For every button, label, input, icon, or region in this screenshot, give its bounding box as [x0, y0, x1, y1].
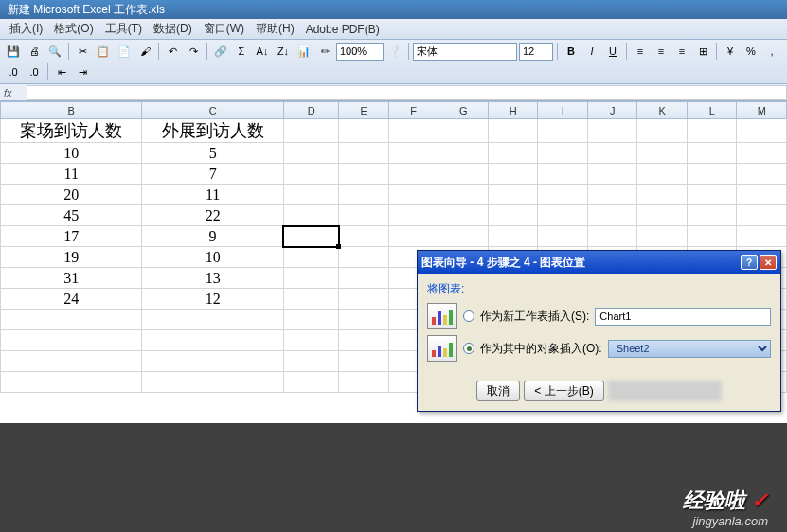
cell[interactable]: [737, 119, 787, 143]
cell[interactable]: [388, 119, 438, 143]
undo-icon[interactable]: ↶: [163, 42, 182, 61]
cell[interactable]: [339, 164, 389, 185]
cell[interactable]: [737, 164, 787, 185]
cell[interactable]: [1, 351, 142, 372]
cell[interactable]: [339, 372, 389, 393]
save-icon[interactable]: 💾: [4, 42, 23, 61]
cell[interactable]: [438, 205, 489, 226]
cell[interactable]: 20: [1, 185, 142, 205]
cell[interactable]: [283, 164, 339, 185]
formula-input[interactable]: [27, 85, 787, 100]
col-header-H[interactable]: H: [488, 102, 538, 119]
cell[interactable]: [283, 205, 339, 226]
decrease-decimal-icon[interactable]: .0: [25, 62, 44, 81]
cell[interactable]: [637, 119, 688, 143]
paste-icon[interactable]: 📄: [115, 42, 134, 61]
bold-button[interactable]: B: [562, 42, 581, 61]
cell[interactable]: [388, 164, 438, 185]
cell[interactable]: [488, 119, 538, 143]
menu-adobepdf[interactable]: Adobe PDF(B): [300, 21, 385, 38]
cell[interactable]: [687, 119, 737, 143]
align-right-icon[interactable]: ≡: [672, 42, 691, 61]
cell[interactable]: [283, 268, 339, 289]
cell[interactable]: [687, 143, 737, 164]
cell[interactable]: 22: [142, 205, 283, 226]
preview-icon[interactable]: 🔍: [45, 42, 64, 61]
cell[interactable]: 案场到访人数: [1, 119, 142, 143]
cell[interactable]: [587, 143, 637, 164]
font-name-input[interactable]: [413, 43, 517, 61]
cell[interactable]: [538, 185, 588, 205]
merge-cells-icon[interactable]: ⊞: [693, 42, 712, 61]
cell[interactable]: [339, 226, 389, 247]
cell[interactable]: [339, 143, 389, 164]
italic-button[interactable]: I: [582, 42, 601, 61]
format-painter-icon[interactable]: 🖌: [135, 42, 154, 61]
cell[interactable]: [637, 205, 688, 226]
col-header-C[interactable]: C: [142, 102, 283, 119]
cell[interactable]: [339, 119, 389, 143]
underline-button[interactable]: U: [603, 42, 622, 61]
cell[interactable]: [538, 226, 588, 247]
cell[interactable]: 12: [142, 289, 283, 310]
col-header-I[interactable]: I: [538, 102, 588, 119]
cell[interactable]: 45: [1, 205, 142, 226]
col-header-E[interactable]: E: [339, 102, 389, 119]
cell[interactable]: [283, 119, 339, 143]
cell[interactable]: 10: [142, 247, 283, 268]
col-header-J[interactable]: J: [587, 102, 637, 119]
cell[interactable]: [538, 205, 588, 226]
cell[interactable]: [142, 330, 283, 351]
cell[interactable]: [283, 247, 339, 268]
cell[interactable]: [388, 226, 438, 247]
radio-as-object[interactable]: [463, 343, 474, 354]
cell[interactable]: [1, 372, 142, 393]
cell[interactable]: [339, 310, 389, 330]
cell[interactable]: [283, 351, 339, 372]
cell[interactable]: [1, 310, 142, 330]
col-header-G[interactable]: G: [438, 102, 489, 119]
sort-asc-icon[interactable]: A↓: [253, 42, 272, 61]
cell[interactable]: [388, 143, 438, 164]
cell[interactable]: 31: [1, 268, 142, 289]
cell[interactable]: [339, 185, 389, 205]
menu-data[interactable]: 数据(D): [148, 19, 198, 39]
cell[interactable]: [587, 205, 637, 226]
active-cell[interactable]: [283, 226, 339, 247]
cell[interactable]: [438, 143, 489, 164]
cell[interactable]: [737, 205, 787, 226]
cell[interactable]: [637, 226, 688, 247]
menu-window[interactable]: 窗口(W): [198, 19, 250, 39]
cell[interactable]: [388, 185, 438, 205]
cell[interactable]: [737, 143, 787, 164]
cell[interactable]: 9: [142, 226, 283, 247]
cell[interactable]: [438, 185, 489, 205]
autosum-icon[interactable]: Σ: [232, 42, 251, 61]
col-header-B[interactable]: B: [1, 102, 142, 119]
increase-indent-icon[interactable]: ⇥: [73, 62, 92, 81]
cell[interactable]: [687, 226, 737, 247]
cell[interactable]: [339, 289, 389, 310]
cell[interactable]: [283, 289, 339, 310]
cell[interactable]: [283, 310, 339, 330]
cut-icon[interactable]: ✂: [73, 42, 92, 61]
cell[interactable]: [637, 164, 688, 185]
cell[interactable]: [637, 185, 688, 205]
cell[interactable]: [339, 351, 389, 372]
comma-icon[interactable]: ,: [762, 42, 781, 61]
menu-format[interactable]: 格式(O): [48, 19, 98, 39]
cell[interactable]: [339, 268, 389, 289]
cell[interactable]: [339, 247, 389, 268]
cell[interactable]: [538, 164, 588, 185]
hyperlink-icon[interactable]: 🔗: [211, 42, 230, 61]
cell[interactable]: [687, 185, 737, 205]
cell[interactable]: 10: [1, 143, 142, 164]
cell[interactable]: [488, 143, 538, 164]
menu-insert[interactable]: 插入(I): [4, 19, 48, 39]
decrease-indent-icon[interactable]: ⇤: [52, 62, 71, 81]
dialog-title-bar[interactable]: 图表向导 - 4 步骤之 4 - 图表位置 ? ✕: [418, 251, 780, 274]
target-sheet-select[interactable]: Sheet2: [608, 340, 771, 358]
redo-icon[interactable]: ↷: [184, 42, 203, 61]
cell[interactable]: [283, 372, 339, 393]
cell[interactable]: [687, 164, 737, 185]
